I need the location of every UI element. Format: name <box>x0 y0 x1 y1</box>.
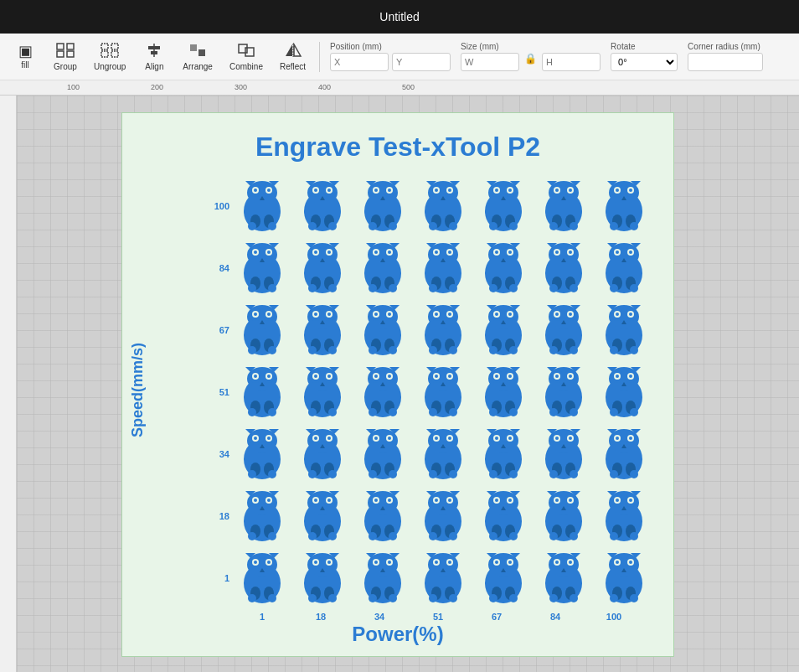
svg-point-460 <box>327 437 331 440</box>
col-power-label: 51 <box>409 612 467 622</box>
combine-button[interactable]: Combine <box>223 37 270 77</box>
svg-point-519 <box>555 437 559 440</box>
svg-point-466 <box>308 470 317 478</box>
svg-point-212 <box>570 284 578 292</box>
svg-point-324 <box>616 313 619 316</box>
owl-cell <box>293 486 352 546</box>
svg-point-317 <box>570 346 578 354</box>
svg-point-136 <box>248 284 256 292</box>
fill-icon: ▣ <box>18 44 33 59</box>
owl-grid: 100 <box>206 176 661 610</box>
svg-point-235 <box>267 313 271 316</box>
svg-point-542 <box>630 470 638 478</box>
size-h-input[interactable] <box>542 53 601 71</box>
col-power-label: 34 <box>350 612 409 622</box>
align-button[interactable]: Align <box>136 37 173 77</box>
svg-point-264 <box>374 313 378 316</box>
svg-point-24 <box>254 189 257 192</box>
svg-point-159 <box>374 251 378 254</box>
ruler: 100 200 300 400 500 <box>0 80 799 96</box>
arrange-button[interactable]: Arrange <box>176 37 219 77</box>
svg-point-61 <box>369 222 377 230</box>
svg-point-692 <box>389 594 397 602</box>
svg-point-700 <box>448 561 451 564</box>
svg-point-655 <box>267 561 271 564</box>
svg-rect-10 <box>151 51 157 54</box>
svg-point-721 <box>489 594 497 602</box>
svg-point-257 <box>328 346 337 354</box>
svg-point-400 <box>508 375 512 378</box>
svg-point-586 <box>369 532 377 540</box>
svg-point-654 <box>254 561 257 564</box>
size-w-input[interactable] <box>461 53 519 71</box>
svg-point-751 <box>610 594 618 602</box>
svg-point-670 <box>327 561 331 564</box>
canvas-area[interactable]: Engrave Test-xTool P2 Speed(mm/s) 100 <box>0 96 799 672</box>
svg-point-152 <box>328 284 337 292</box>
svg-point-579 <box>374 499 378 502</box>
owl-cell <box>233 548 291 608</box>
svg-point-384 <box>435 375 438 378</box>
group-button[interactable]: Group <box>47 37 84 77</box>
reflect-button[interactable]: Reflect <box>273 37 312 77</box>
svg-point-279 <box>435 313 438 316</box>
svg-marker-15 <box>286 44 292 56</box>
position-x-input[interactable] <box>330 53 389 71</box>
owl-cell <box>293 176 352 236</box>
owl-cell <box>595 548 653 608</box>
title-bar: Untitled <box>0 0 799 34</box>
svg-point-565 <box>327 499 331 502</box>
svg-rect-6 <box>101 51 108 57</box>
owl-cell <box>414 548 472 608</box>
row-speed-label: 84 <box>206 263 229 273</box>
corner-radius-input[interactable] <box>688 53 763 71</box>
svg-point-175 <box>448 251 451 254</box>
svg-point-92 <box>509 222 518 230</box>
svg-point-182 <box>449 284 457 292</box>
owl-cell <box>474 300 533 360</box>
owls-container <box>233 548 653 608</box>
owl-cell <box>233 300 291 360</box>
position-y-input[interactable] <box>392 53 451 71</box>
svg-point-145 <box>327 251 331 254</box>
svg-point-227 <box>630 284 638 292</box>
svg-point-616 <box>489 532 497 540</box>
owl-cell <box>595 176 653 236</box>
owl-row: 1 <box>206 548 661 608</box>
owl-cell <box>353 548 412 608</box>
svg-point-550 <box>267 499 271 502</box>
svg-point-647 <box>630 532 638 540</box>
svg-point-129 <box>254 251 257 254</box>
svg-point-332 <box>630 346 638 354</box>
svg-rect-0 <box>57 44 64 49</box>
owl-row: 67 <box>206 300 661 360</box>
svg-point-99 <box>555 189 559 192</box>
svg-point-661 <box>248 594 256 602</box>
svg-point-106 <box>549 222 558 230</box>
svg-point-684 <box>374 561 378 564</box>
svg-rect-2 <box>57 51 64 57</box>
svg-point-190 <box>508 251 512 254</box>
ungroup-button[interactable]: Ungroup <box>87 37 132 77</box>
reflect-label: Reflect <box>280 62 306 71</box>
svg-point-520 <box>569 437 572 440</box>
work-area: Engrave Test-xTool P2 Speed(mm/s) 100 <box>121 112 674 657</box>
group-label: Group <box>54 62 77 71</box>
svg-point-85 <box>508 189 512 192</box>
svg-point-40 <box>327 189 331 192</box>
col-power-label: 84 <box>526 612 585 622</box>
svg-point-114 <box>616 189 619 192</box>
svg-point-714 <box>495 561 498 564</box>
svg-point-557 <box>268 532 276 540</box>
svg-rect-4 <box>101 44 108 49</box>
col-power-label: 18 <box>291 612 350 622</box>
fill-button[interactable]: ▣ fill <box>7 37 44 77</box>
owl-cell <box>595 238 653 298</box>
svg-point-474 <box>374 437 378 440</box>
rotate-select[interactable]: 0° 90° 180° 270° <box>611 53 678 71</box>
row-speed-label: 18 <box>206 511 229 521</box>
svg-point-744 <box>616 561 619 564</box>
ruler-mark-300: 300 <box>235 83 247 91</box>
row-speed-label: 51 <box>206 387 229 397</box>
owl-cell <box>474 548 533 608</box>
